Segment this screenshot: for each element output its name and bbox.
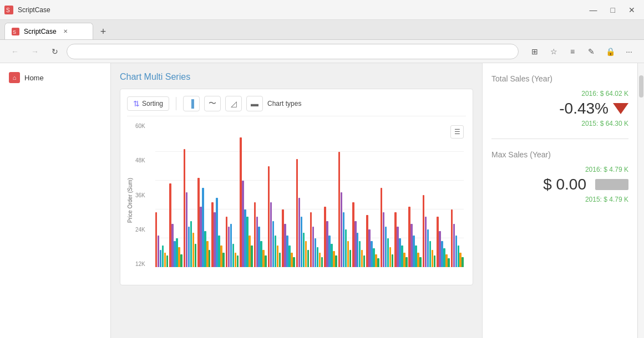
toolbar-divider (176, 97, 176, 110)
chart-inner: 60K 48K 36K 24K 12K (135, 123, 466, 278)
new-tab-button[interactable]: + (95, 24, 111, 39)
bar-group (310, 123, 323, 267)
stacked-chart-button[interactable]: ▬ (246, 96, 263, 111)
max-sales-2015: 2015: $ 4.79 K (491, 196, 628, 203)
maximize-button[interactable]: □ (606, 4, 620, 16)
total-sales-2015-value: $ 64.30 K (600, 120, 628, 127)
bar (366, 215, 368, 267)
forward-button[interactable]: → (27, 43, 43, 60)
bar-group (169, 123, 182, 267)
sidebar-home-label: Home (24, 74, 44, 82)
bar (341, 192, 342, 267)
bar (244, 209, 246, 267)
chart-area: ☰ Price Order (Sum) 60K (127, 123, 466, 278)
active-tab[interactable]: S ScriptCase ✕ (4, 23, 93, 39)
chart-container: ⇅ Sorting ▐ 〜 ◿ ▬ Ch (120, 89, 473, 285)
bar (453, 224, 455, 267)
bar (443, 248, 445, 267)
bar (375, 254, 377, 267)
bar (279, 253, 281, 267)
bar (387, 238, 389, 267)
bar (381, 188, 382, 267)
bar (371, 241, 372, 267)
bar (312, 227, 314, 267)
tab-close-button[interactable]: ✕ (61, 27, 70, 36)
reader-view-button[interactable]: ⊞ (526, 43, 543, 60)
menu-button[interactable]: ··· (621, 43, 637, 60)
bar (437, 217, 438, 267)
area-chart-icon: ◿ (231, 99, 237, 108)
bar (410, 224, 412, 267)
main-area: Chart Multi Series ⇅ Sorting ▐ 〜 (111, 63, 644, 338)
bar (403, 253, 405, 267)
close-button[interactable]: ✕ (624, 4, 640, 16)
total-sales-2015-label: 2015: (581, 120, 598, 127)
bar (282, 209, 283, 267)
scroll-thumb[interactable] (639, 75, 643, 98)
bar (288, 245, 290, 267)
total-sales-2016-value: $ 64.02 K (600, 90, 628, 98)
split-view-button[interactable]: ≡ (564, 43, 581, 60)
bar (237, 255, 239, 267)
bar (256, 217, 258, 267)
scrollbar[interactable] (637, 63, 644, 338)
bar (296, 159, 298, 267)
bar (254, 202, 256, 267)
bar (333, 251, 334, 267)
bar (462, 257, 463, 267)
minimize-button[interactable]: — (585, 4, 602, 16)
max-sales-2016-label: 2016: (585, 166, 602, 173)
bar (202, 188, 204, 267)
tab-favicon: S (12, 28, 19, 35)
sidebar-item-home[interactable]: ⌂ Home (0, 68, 110, 88)
shield-button[interactable]: 🔒 (602, 43, 618, 60)
bar (206, 241, 208, 267)
line-chart-icon: 〜 (209, 99, 216, 109)
bar (448, 258, 449, 267)
bar (230, 224, 232, 267)
bar-group (338, 123, 351, 267)
bar (459, 253, 461, 267)
back-button[interactable]: ← (7, 43, 23, 60)
bar (232, 244, 234, 267)
bar (321, 257, 323, 267)
bar (413, 235, 414, 267)
bar (368, 229, 370, 267)
bar (349, 250, 351, 267)
bar-group (352, 123, 365, 267)
bar (357, 233, 358, 267)
address-bar[interactable] (67, 44, 519, 59)
area-chart-button[interactable]: ◿ (225, 96, 242, 111)
refresh-button[interactable]: ↻ (47, 43, 63, 60)
stats-panel: Total Sales (Year) 2016: $ 64.02 K -0.43… (482, 63, 637, 338)
bar (423, 195, 424, 267)
tab-bar: S ScriptCase ✕ + (0, 20, 644, 40)
bar (301, 217, 302, 267)
max-sales-2015-value: $ 4.79 K (604, 196, 628, 203)
y-tick-12k: 12K (135, 261, 152, 267)
bar (220, 245, 222, 267)
bar-chart-button[interactable]: ▐ (183, 96, 200, 111)
bar-group (381, 123, 393, 267)
bar (166, 255, 168, 267)
bar (158, 235, 159, 267)
sorting-button[interactable]: ⇅ Sorting (127, 96, 169, 111)
y-tick-48k: 48K (135, 157, 152, 163)
bar-group (254, 123, 267, 267)
edit-button[interactable]: ✎ (583, 43, 600, 60)
bar (235, 253, 236, 267)
bar (361, 250, 363, 267)
bar (455, 235, 457, 267)
svg-text:S: S (13, 29, 16, 35)
max-sales-bar (595, 179, 628, 190)
bar (277, 245, 278, 267)
svg-text:S: S (6, 7, 10, 13)
favorites-button[interactable]: ☆ (545, 43, 562, 60)
bar (434, 255, 435, 267)
line-chart-button[interactable]: 〜 (204, 96, 221, 111)
bar (319, 253, 321, 267)
bar (335, 255, 337, 267)
bar-group (366, 123, 379, 267)
bar (216, 198, 217, 267)
navigation-bar: ← → ↻ ⊞ ☆ ≡ ✎ 🔒 ··· (0, 40, 644, 63)
